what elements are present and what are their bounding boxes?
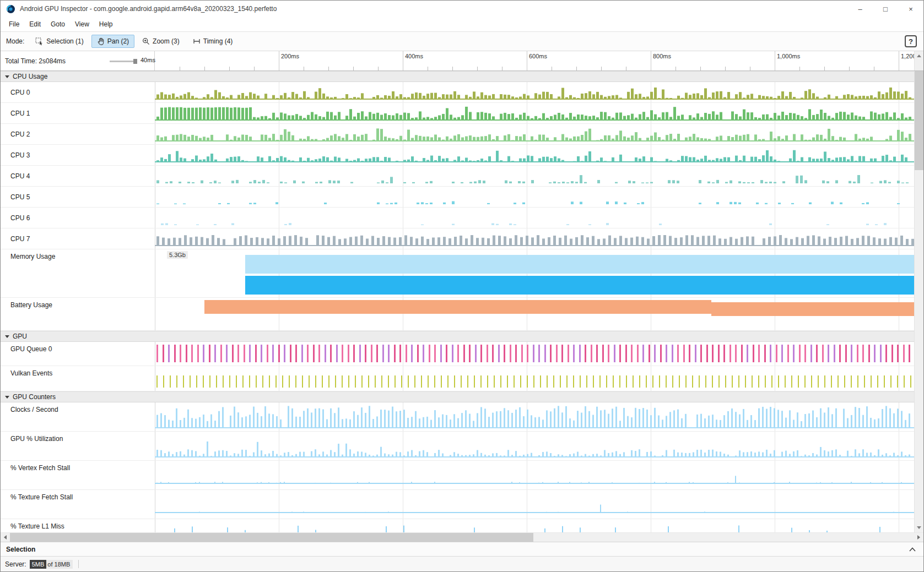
status-separator xyxy=(78,560,79,568)
menu-item-goto[interactable]: Goto xyxy=(46,18,70,30)
track-label-clocks-per-second: Clocks / Second xyxy=(1,402,155,431)
gpu-utilization-chart[interactable] xyxy=(155,432,914,460)
ruler-major-line xyxy=(403,51,403,70)
ruler-minor-tick xyxy=(180,67,180,70)
zoom-slider[interactable] xyxy=(110,61,137,62)
section-header-gpu[interactable]: GPU xyxy=(1,331,914,342)
horizontal-scrollbar[interactable] xyxy=(1,532,923,542)
maximize-button[interactable]: □ xyxy=(873,1,898,17)
ruler-minor-tick xyxy=(353,67,354,70)
cpu-6-chart[interactable] xyxy=(155,208,914,228)
track-row-vulkan-events: Vulkan Events xyxy=(1,366,914,391)
track-label-cpu-4: CPU 4 xyxy=(1,166,155,186)
track-row-cpu-3: CPU 3 xyxy=(1,145,914,166)
gpu-section-label: GPU xyxy=(13,333,27,340)
time-tick-label: 600ms xyxy=(529,53,547,59)
window-controls: – □ × xyxy=(847,1,923,17)
track-label-gpu-queue-0: GPU Queue 0 xyxy=(1,342,155,366)
right-arrow-icon xyxy=(917,535,920,540)
close-button[interactable]: × xyxy=(898,1,923,17)
app-window: Android GPU Inspector - com.google.andro… xyxy=(0,0,924,572)
timing-icon xyxy=(193,38,201,45)
server-memory-indicator: 5MB of 18MB xyxy=(30,560,73,569)
menu-item-view[interactable]: View xyxy=(70,18,94,30)
texture-l1-miss-chart-area xyxy=(155,519,914,532)
ruler-minor-tick xyxy=(552,67,552,70)
track-label-memory-usage: Memory Usage xyxy=(1,249,155,297)
server-label: Server: xyxy=(5,560,26,568)
ruler-scale[interactable]: 200ms400ms600ms800ms1,000ms1,200ms xyxy=(155,51,914,70)
cpu-7-chart-area xyxy=(155,228,914,249)
ruler-minor-tick xyxy=(799,67,800,70)
vertex-fetch-stall-chart[interactable] xyxy=(155,461,914,489)
ruler-left-panel: Total Time: 2s084ms 40ms xyxy=(1,51,155,70)
zoom-icon xyxy=(142,37,150,45)
track-row-texture-fetch-stall: % Texture Fetch Stall xyxy=(1,490,914,519)
menu-item-help[interactable]: Help xyxy=(94,18,118,30)
vertical-scrollbar-thumb[interactable] xyxy=(915,71,923,170)
scrollbar-left-arrow[interactable] xyxy=(1,533,10,542)
cpu-4-chart[interactable] xyxy=(155,166,914,186)
server-memory-used: 5MB xyxy=(30,560,47,569)
track-row-cpu-6: CPU 6 xyxy=(1,208,914,228)
cpu-1-chart[interactable] xyxy=(155,103,914,123)
scrollbar-down-arrow[interactable] xyxy=(915,523,923,532)
cpu-5-chart[interactable] xyxy=(155,187,914,207)
track-row-texture-l1-miss: % Texture L1 Miss xyxy=(1,519,914,532)
vulkan-events-chart[interactable] xyxy=(155,366,914,391)
selection-title: Selection xyxy=(6,546,35,553)
track-row-memory-usage: Memory Usage5.3Gb xyxy=(1,249,914,298)
gpu-queue-0-chart[interactable] xyxy=(155,342,914,366)
cpu-usage-section-label: CPU Usage xyxy=(13,73,47,80)
vertical-scrollbar[interactable] xyxy=(914,71,923,532)
texture-fetch-stall-chart[interactable] xyxy=(155,490,914,519)
minimize-button[interactable]: – xyxy=(847,1,873,17)
down-arrow-icon xyxy=(917,526,921,529)
cpu-7-chart[interactable] xyxy=(155,228,914,249)
battery-usage-chart[interactable] xyxy=(155,298,914,330)
menu-item-file[interactable]: File xyxy=(4,18,24,30)
track-row-gpu-utilization: GPU % Utilization xyxy=(1,432,914,461)
selection-mode-button[interactable]: Selection (1) xyxy=(30,35,89,48)
timing-mode-button[interactable]: Timing (4) xyxy=(187,35,239,48)
ruler-major-line xyxy=(651,51,651,70)
mode-label: Mode: xyxy=(6,37,24,45)
help-button[interactable]: ? xyxy=(905,35,917,47)
menu-item-edit[interactable]: Edit xyxy=(24,18,46,30)
scrollbar-up-arrow[interactable] xyxy=(914,51,923,70)
collapse-chevron-icon[interactable] xyxy=(909,547,916,552)
time-tick-label: 200ms xyxy=(281,53,299,59)
ruler-minor-tick xyxy=(328,67,329,70)
timeline-ruler: Total Time: 2s084ms 40ms 200ms400ms600ms… xyxy=(1,51,923,71)
zoom-mode-button[interactable]: Zoom (3) xyxy=(137,35,185,48)
title-bar: Android GPU Inspector - com.google.andro… xyxy=(1,1,923,17)
ruler-minor-tick xyxy=(477,67,478,70)
ruler-minor-tick xyxy=(849,67,850,70)
track-row-battery-usage: Battery Usage xyxy=(1,298,914,331)
section-header-cpu-usage[interactable]: CPU Usage xyxy=(1,71,914,82)
scrollbar-right-arrow[interactable] xyxy=(914,533,923,542)
ruler-minor-tick xyxy=(874,67,874,70)
clocks-per-second-chart[interactable] xyxy=(155,402,914,431)
ruler-minor-tick xyxy=(229,67,230,70)
zoom-slider-thumb[interactable] xyxy=(133,59,137,64)
section-header-gpu-counters[interactable]: GPU Counters xyxy=(1,391,914,402)
track-row-gpu-queue-0: GPU Queue 0 xyxy=(1,342,914,366)
cpu-2-chart[interactable] xyxy=(155,124,914,144)
track-label-vertex-fetch-stall: % Vertex Fetch Stall xyxy=(1,461,155,489)
track-label-gpu-utilization: GPU % Utilization xyxy=(1,432,155,460)
memory-usage-chart[interactable] xyxy=(155,249,914,297)
pan-mode-button[interactable]: Pan (2) xyxy=(91,35,134,48)
cpu-0-chart[interactable] xyxy=(155,82,914,102)
texture-l1-miss-chart[interactable] xyxy=(155,519,914,532)
horizontal-scrollbar-track[interactable] xyxy=(10,533,914,542)
cpu-3-chart[interactable] xyxy=(155,145,914,165)
horizontal-scrollbar-thumb[interactable] xyxy=(10,533,533,542)
time-tick-label: 400ms xyxy=(405,53,423,59)
ruler-major-line xyxy=(775,51,775,70)
pan-icon xyxy=(97,37,105,45)
ruler-minor-tick xyxy=(378,67,379,70)
zoom-mode-label: Zoom (3) xyxy=(153,37,180,45)
ruler-minor-tick xyxy=(204,67,205,70)
track-label-vulkan-events: Vulkan Events xyxy=(1,366,155,391)
